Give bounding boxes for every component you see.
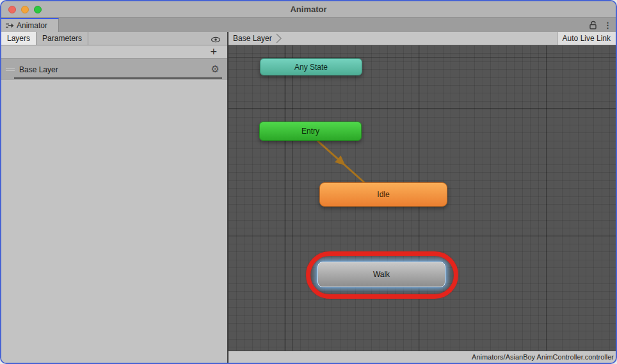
state-node-walk[interactable]: Walk [317, 262, 445, 287]
tab-layers[interactable]: Layers [1, 32, 36, 45]
gear-icon[interactable]: ⚙ [211, 63, 220, 75]
chevron-right-icon [276, 33, 282, 44]
window-title: Animator [1, 4, 616, 14]
state-node-label: Any State [294, 63, 328, 72]
state-node-label: Idle [377, 190, 389, 199]
layer-item-base-layer[interactable]: Base Layer ⚙ [1, 59, 227, 80]
state-node-label: Entry [301, 127, 319, 136]
layers-parameters-tabbar: Layers Parameters [1, 32, 227, 45]
layer-weight-bar [14, 77, 222, 79]
animator-icon [5, 22, 14, 29]
lock-icon[interactable] [589, 20, 597, 29]
kebab-menu-icon[interactable]: ⋮ [604, 20, 612, 30]
breadcrumb-base-layer[interactable]: Base Layer [233, 34, 272, 43]
state-node-entry[interactable]: Entry [259, 122, 362, 141]
controller-path: Animators/AsianBoy AnimController.contro… [472, 353, 614, 361]
tab-animator[interactable]: Animator [1, 18, 59, 32]
status-bar: Animators/AsianBoy AnimController.contro… [228, 351, 616, 363]
layer-list-header: + [1, 45, 227, 59]
eye-icon[interactable] [211, 36, 221, 44]
zoom-button[interactable] [34, 6, 42, 13]
minimize-button[interactable] [21, 6, 29, 13]
layer-name: Base Layer [19, 65, 58, 74]
state-node-label: Walk [373, 270, 390, 279]
layer-list-empty-area [1, 80, 227, 363]
state-node-any-state[interactable]: Any State [260, 58, 362, 75]
tab-strip: Animator ⋮ [1, 18, 616, 32]
main-area: Layers Parameters + Base Layer ⚙ [1, 32, 616, 363]
state-machine-canvas[interactable]: Any State Entry Idle Walk [228, 45, 616, 351]
auto-live-link-button[interactable]: Auto Live Link [557, 32, 616, 45]
add-layer-button[interactable]: + [210, 47, 217, 57]
state-node-idle[interactable]: Idle [319, 182, 447, 207]
drag-handle-icon[interactable] [6, 67, 15, 72]
breadcrumb[interactable]: Base Layer [228, 32, 282, 45]
graph-toolbar: Base Layer Auto Live Link [228, 32, 616, 45]
titlebar: Animator [1, 1, 616, 18]
close-button[interactable] [8, 6, 16, 13]
tab-animator-label: Animator [17, 21, 47, 30]
animator-window: Animator Animator ⋮ Layers Parameters [0, 0, 617, 364]
graph-column: Base Layer Auto Live Link Any State [228, 32, 616, 363]
traffic-lights [1, 6, 42, 13]
layers-panel: Layers Parameters + Base Layer ⚙ [1, 32, 228, 363]
tab-parameters[interactable]: Parameters [36, 32, 88, 45]
